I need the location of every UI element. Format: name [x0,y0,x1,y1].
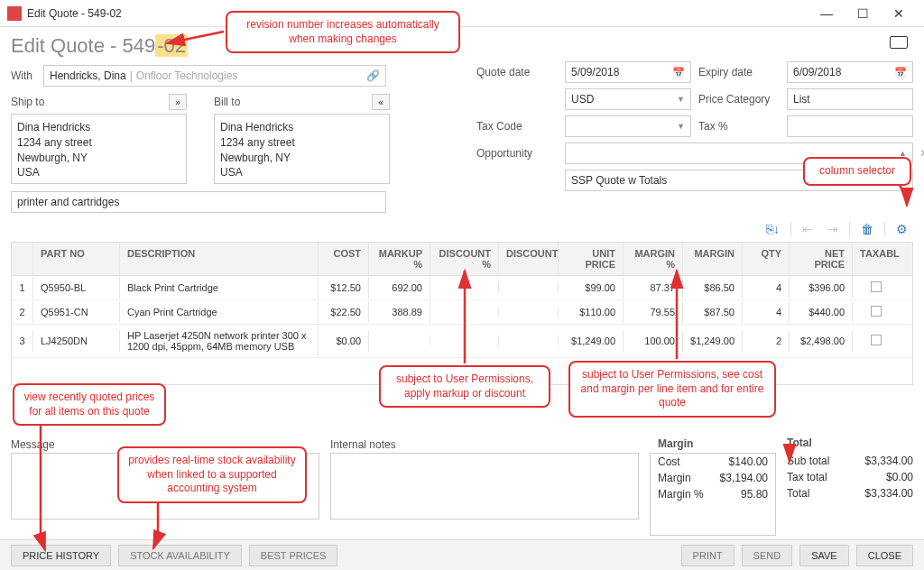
save-button[interactable]: SAVE [799,545,849,566]
header: Edit Quote - 549-02 [0,27,924,61]
stock-availability-button[interactable]: STOCK AVAILABILITY [118,545,242,566]
quote-date-label: Quote date [476,66,558,78]
callout-margin: subject to User Permissions, see cost an… [568,361,776,418]
col-markup[interactable]: MARKUP % [369,243,430,275]
taxable-checkbox[interactable] [871,281,882,292]
callout-column-selector: column selector [803,157,911,186]
title-revision: -02 [155,34,188,57]
clear-icon[interactable]: ✕ [919,147,924,160]
bill-address[interactable]: Dina Hendricks1234 any streetNewburgh, N… [214,114,390,184]
col-margin[interactable]: MARGIN [683,243,743,275]
notes-block: Internal notes [330,438,639,536]
calendar-icon[interactable]: 📅 [894,67,907,78]
total-summary: Total Sub total$3,334.00 Tax total$0.00 … [787,437,913,536]
table-row[interactable]: 3LJ4250DNHP Laserjet 4250N network print… [12,325,912,358]
contact-name: Hendricks, Dina [50,69,126,82]
link-icon[interactable]: 🔗 [366,69,380,82]
maximize-button[interactable]: ☐ [845,0,881,27]
footer: PRICE HISTORY STOCK AVAILABILITY BEST PR… [0,539,924,570]
tax-pct-field[interactable] [787,115,913,137]
taxable-checkbox[interactable] [871,335,882,345]
taxable-checkbox[interactable] [871,306,882,317]
tax-code-field[interactable]: ▼ [565,115,691,137]
notes-input[interactable] [330,453,639,519]
col-net[interactable]: NET PRICE [790,243,853,275]
contact-company: Onfloor Technologies [136,69,238,82]
bill-collapse-button[interactable]: « [372,94,390,110]
with-label: With [11,69,38,82]
page-title: Edit Quote - 549-02 [11,34,913,58]
outdent-button[interactable]: ⇤ [799,220,817,238]
expiry-label: Expiry date [698,66,780,78]
notes-label: Internal notes [330,438,639,451]
column-selector-button[interactable]: ⚙ [892,220,911,238]
grid-header: PART NO DESCRIPTION COST MARKUP % DISCOU… [12,243,912,276]
ship-label: Ship to [11,96,44,108]
window-title: Edit Quote - 549-02 [27,7,122,20]
col-marginp[interactable]: MARGIN % [624,243,683,275]
col-disc[interactable]: DISCOUNT [499,243,559,275]
expiry-date-field[interactable]: 6/09/2018📅 [787,61,913,83]
callout-stock: provides real-time stock availability wh… [117,446,307,503]
ship-to-block: Ship to» Dina Hendricks1234 any streetNe… [11,94,187,184]
chevron-down-icon: ▼ [677,122,685,131]
line-items-grid: PART NO DESCRIPTION COST MARKUP % DISCOU… [11,242,913,385]
subject-row: printer and cartridges [0,188,924,216]
callout-revision: revision number increases automatically … [226,11,460,53]
col-qty[interactable]: QTY [743,243,790,275]
chevron-down-icon: ▼ [677,95,685,104]
tax-pct-label: Tax % [698,120,780,133]
with-field[interactable]: Hendricks, Dina | Onfloor Technologies 🔗 [43,65,386,87]
callout-markup: subject to User Permissions, apply marku… [379,365,550,408]
col-cost[interactable]: COST [319,243,369,275]
send-button[interactable]: SEND [742,545,793,566]
bill-to-block: Bill to« Dina Hendricks1234 any streetNe… [214,94,390,184]
calendar-icon[interactable]: 📅 [672,67,685,78]
subject-field[interactable]: printer and cartridges [11,191,386,213]
col-unit[interactable]: UNIT PRICE [559,243,624,275]
tax-code-label: Tax Code [476,120,558,133]
bill-label: Bill to [214,96,240,108]
price-cat-label: Price Category [698,93,780,106]
ship-address[interactable]: Dina Hendricks1234 any streetNewburgh, N… [11,114,187,184]
table-row[interactable]: 1Q5950-BLBlack Print Cartridge$12.50692.… [12,276,912,300]
total-title: Total [787,437,913,449]
col-tax[interactable]: TAXABLE [853,243,900,275]
minimize-button[interactable]: — [808,0,845,27]
grid-toolbar: ⎘↓ ⇤ ⇥ 🗑 ⚙ [0,216,924,242]
table-row[interactable]: 2Q5951-CNCyan Print Cartridge$22.50388.8… [12,300,912,325]
close-window-button[interactable]: ✕ [881,0,917,27]
close-button[interactable]: CLOSE [856,545,913,566]
col-part[interactable]: PART NO [33,243,120,275]
titlebar: Edit Quote - 549-02 — ☐ ✕ [0,0,924,27]
opportunity-label: Opportunity [476,147,558,160]
app-icon [7,6,22,21]
currency-field[interactable]: USD▼ [565,88,691,110]
add-row-button[interactable]: ⎘↓ [762,220,783,238]
quote-date-field[interactable]: 5/09/2018📅 [565,61,691,83]
callout-price-history: view recently quoted prices for all item… [13,383,166,426]
col-discp[interactable]: DISCOUNT % [430,243,499,275]
price-history-button[interactable]: PRICE HISTORY [11,545,111,566]
keyboard-icon[interactable] [890,36,908,49]
ship-expand-button[interactable]: » [169,94,187,110]
print-button[interactable]: PRINT [681,545,735,566]
best-prices-button[interactable]: BEST PRICES [249,545,338,566]
title-prefix: Edit Quote - 549 [11,34,155,57]
price-cat-field[interactable]: List [787,88,913,110]
margin-summary: Margin Cost$140.00 Margin$3,194.00 Margi… [650,453,776,536]
margin-title: Margin [658,437,768,450]
indent-button[interactable]: ⇥ [824,220,842,238]
col-desc[interactable]: DESCRIPTION [120,243,319,275]
delete-row-button[interactable]: 🗑 [857,220,877,238]
